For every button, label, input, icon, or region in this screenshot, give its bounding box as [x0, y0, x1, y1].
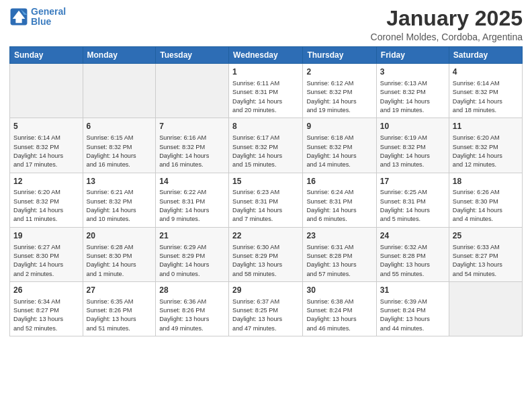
calendar-day-cell: 31Sunrise: 6:39 AM Sunset: 8:24 PM Dayli… [376, 281, 449, 336]
day-info: Sunrise: 6:33 AM Sunset: 8:27 PM Dayligh… [453, 243, 519, 279]
day-info: Sunrise: 6:39 AM Sunset: 8:24 PM Dayligh… [380, 298, 445, 333]
calendar-day-cell: 19Sunrise: 6:27 AM Sunset: 8:30 PM Dayli… [10, 227, 83, 281]
subtitle: Coronel Moldes, Cordoba, Argentina [371, 32, 523, 42]
day-info: Sunrise: 6:20 AM Sunset: 8:32 PM Dayligh… [13, 188, 79, 224]
header: General Blue January 2025 Coronel Moldes… [9, 7, 523, 42]
calendar-day-cell: 11Sunrise: 6:20 AM Sunset: 8:32 PM Dayli… [449, 118, 522, 173]
day-number: 16 [306, 176, 372, 187]
logo: General Blue [9, 7, 66, 28]
calendar-week-row: 19Sunrise: 6:27 AM Sunset: 8:30 PM Dayli… [10, 227, 523, 281]
calendar-day-cell: 26Sunrise: 6:34 AM Sunset: 8:27 PM Dayli… [10, 281, 83, 336]
day-info: Sunrise: 6:17 AM Sunset: 8:32 PM Dayligh… [232, 134, 299, 169]
day-number: 14 [159, 176, 225, 187]
day-info: Sunrise: 6:36 AM Sunset: 8:26 PM Dayligh… [159, 298, 225, 333]
day-number: 3 [380, 66, 445, 78]
calendar-week-row: 26Sunrise: 6:34 AM Sunset: 8:27 PM Dayli… [10, 281, 523, 336]
calendar-day-cell: 2Sunrise: 6:12 AM Sunset: 8:32 PM Daylig… [303, 64, 376, 118]
calendar-day-cell: 18Sunrise: 6:26 AM Sunset: 8:30 PM Dayli… [449, 173, 522, 227]
day-number: 25 [453, 230, 519, 242]
day-info: Sunrise: 6:13 AM Sunset: 8:32 PM Dayligh… [380, 79, 445, 115]
weekday-header: Monday [83, 47, 156, 64]
calendar-day-cell: 8Sunrise: 6:17 AM Sunset: 8:32 PM Daylig… [229, 118, 303, 173]
calendar-day-cell: 14Sunrise: 6:22 AM Sunset: 8:31 PM Dayli… [156, 173, 229, 227]
weekday-header: Wednesday [229, 47, 303, 64]
day-info: Sunrise: 6:30 AM Sunset: 8:29 PM Dayligh… [232, 243, 299, 279]
day-info: Sunrise: 6:12 AM Sunset: 8:32 PM Dayligh… [306, 79, 372, 115]
calendar-day-cell: 27Sunrise: 6:35 AM Sunset: 8:26 PM Dayli… [83, 281, 156, 336]
day-number: 17 [380, 176, 445, 187]
day-number: 2 [306, 66, 372, 78]
calendar-day-cell: 15Sunrise: 6:23 AM Sunset: 8:31 PM Dayli… [229, 173, 303, 227]
day-number: 11 [453, 121, 519, 132]
weekday-header: Thursday [303, 47, 376, 64]
calendar-day-cell: 23Sunrise: 6:31 AM Sunset: 8:28 PM Dayli… [303, 227, 376, 281]
day-info: Sunrise: 6:37 AM Sunset: 8:25 PM Dayligh… [232, 298, 299, 333]
day-number: 6 [87, 121, 152, 132]
day-info: Sunrise: 6:26 AM Sunset: 8:30 PM Dayligh… [453, 188, 519, 224]
day-number: 18 [453, 176, 519, 187]
calendar-header-row: SundayMondayTuesdayWednesdayThursdayFrid… [10, 47, 523, 64]
day-number: 20 [87, 230, 152, 242]
calendar-day-cell: 9Sunrise: 6:18 AM Sunset: 8:32 PM Daylig… [303, 118, 376, 173]
calendar-day-cell: 7Sunrise: 6:16 AM Sunset: 8:32 PM Daylig… [156, 118, 229, 173]
day-number: 10 [380, 121, 445, 132]
logo-text: General Blue [31, 7, 66, 28]
weekday-header: Saturday [449, 47, 522, 64]
day-number: 22 [232, 230, 299, 242]
day-number: 13 [87, 176, 152, 187]
day-info: Sunrise: 6:34 AM Sunset: 8:27 PM Dayligh… [13, 298, 79, 333]
calendar-day-cell: 20Sunrise: 6:28 AM Sunset: 8:30 PM Dayli… [83, 227, 156, 281]
day-number: 9 [306, 121, 372, 132]
day-number: 12 [13, 176, 79, 187]
day-number: 27 [87, 285, 152, 296]
logo-line2: Blue [31, 16, 51, 27]
day-info: Sunrise: 6:14 AM Sunset: 8:32 PM Dayligh… [453, 79, 519, 115]
day-info: Sunrise: 6:29 AM Sunset: 8:29 PM Dayligh… [159, 243, 225, 279]
calendar-day-cell: 29Sunrise: 6:37 AM Sunset: 8:25 PM Dayli… [229, 281, 303, 336]
day-info: Sunrise: 6:32 AM Sunset: 8:28 PM Dayligh… [380, 243, 445, 279]
day-info: Sunrise: 6:15 AM Sunset: 8:32 PM Dayligh… [87, 134, 152, 169]
calendar-day-cell: 16Sunrise: 6:24 AM Sunset: 8:31 PM Dayli… [303, 173, 376, 227]
day-number: 30 [306, 285, 372, 296]
day-info: Sunrise: 6:38 AM Sunset: 8:24 PM Dayligh… [306, 298, 372, 333]
calendar-day-cell: 24Sunrise: 6:32 AM Sunset: 8:28 PM Dayli… [376, 227, 449, 281]
logo-line1: General [31, 6, 66, 17]
day-info: Sunrise: 6:31 AM Sunset: 8:28 PM Dayligh… [306, 243, 372, 279]
day-info: Sunrise: 6:18 AM Sunset: 8:32 PM Dayligh… [306, 134, 372, 169]
calendar-day-cell: 21Sunrise: 6:29 AM Sunset: 8:29 PM Dayli… [156, 227, 229, 281]
calendar-table: SundayMondayTuesdayWednesdayThursdayFrid… [9, 46, 523, 336]
calendar-day-cell: 22Sunrise: 6:30 AM Sunset: 8:29 PM Dayli… [229, 227, 303, 281]
day-info: Sunrise: 6:24 AM Sunset: 8:31 PM Dayligh… [306, 188, 372, 224]
calendar-day-cell: 10Sunrise: 6:19 AM Sunset: 8:32 PM Dayli… [376, 118, 449, 173]
day-number: 19 [13, 230, 79, 242]
calendar-day-cell: 17Sunrise: 6:25 AM Sunset: 8:31 PM Dayli… [376, 173, 449, 227]
day-number: 28 [159, 285, 225, 296]
day-info: Sunrise: 6:25 AM Sunset: 8:31 PM Dayligh… [380, 188, 445, 224]
weekday-header: Tuesday [156, 47, 229, 64]
calendar-day-cell: 4Sunrise: 6:14 AM Sunset: 8:32 PM Daylig… [449, 64, 522, 118]
day-number: 15 [232, 176, 299, 187]
day-number: 4 [453, 66, 519, 78]
logo-icon [9, 7, 28, 26]
calendar-week-row: 12Sunrise: 6:20 AM Sunset: 8:32 PM Dayli… [10, 173, 523, 227]
day-info: Sunrise: 6:27 AM Sunset: 8:30 PM Dayligh… [13, 243, 79, 279]
weekday-header: Sunday [10, 47, 83, 64]
calendar-day-cell [449, 281, 522, 336]
day-info: Sunrise: 6:23 AM Sunset: 8:31 PM Dayligh… [232, 188, 299, 224]
day-number: 23 [306, 230, 372, 242]
calendar-day-cell: 25Sunrise: 6:33 AM Sunset: 8:27 PM Dayli… [449, 227, 522, 281]
calendar-day-cell: 13Sunrise: 6:21 AM Sunset: 8:32 PM Dayli… [83, 173, 156, 227]
calendar-day-cell [10, 64, 83, 118]
day-number: 7 [159, 121, 225, 132]
day-info: Sunrise: 6:20 AM Sunset: 8:32 PM Dayligh… [453, 134, 519, 169]
calendar-day-cell: 30Sunrise: 6:38 AM Sunset: 8:24 PM Dayli… [303, 281, 376, 336]
day-info: Sunrise: 6:28 AM Sunset: 8:30 PM Dayligh… [87, 243, 152, 279]
calendar-day-cell: 5Sunrise: 6:14 AM Sunset: 8:32 PM Daylig… [10, 118, 83, 173]
day-number: 21 [159, 230, 225, 242]
title-block: January 2025 Coronel Moldes, Cordoba, Ar… [371, 7, 523, 42]
calendar-day-cell: 28Sunrise: 6:36 AM Sunset: 8:26 PM Dayli… [156, 281, 229, 336]
calendar-day-cell: 1Sunrise: 6:11 AM Sunset: 8:31 PM Daylig… [229, 64, 303, 118]
day-number: 24 [380, 230, 445, 242]
calendar-day-cell [156, 64, 229, 118]
day-info: Sunrise: 6:11 AM Sunset: 8:31 PM Dayligh… [232, 79, 299, 115]
